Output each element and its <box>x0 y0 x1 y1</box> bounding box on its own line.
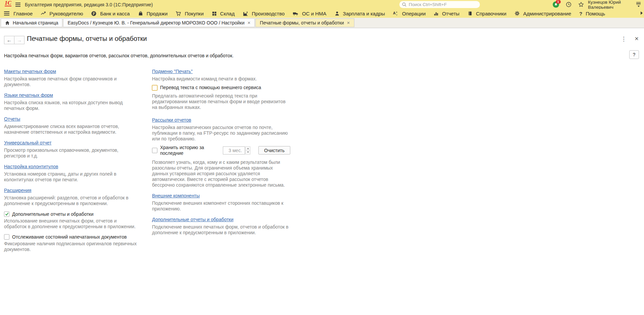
menu-item-reports[interactable]: Отчеты <box>434 11 459 16</box>
back-button[interactable]: ← <box>4 36 14 44</box>
link-print-form-templates[interactable]: Макеты печатных форм <box>4 69 56 74</box>
tab-print-forms[interactable]: Печатные формы, отчеты и обработки × <box>255 18 354 27</box>
menu-item-warehouse[interactable]: Склад <box>212 11 235 16</box>
1c-logo[interactable]: 1С <box>5 0 11 6</box>
close-tab-icon[interactable]: × <box>248 20 251 25</box>
forward-icon: → <box>17 37 22 43</box>
checkbox-keep-history[interactable]: Хранить историю за последние <box>152 145 217 156</box>
section-print-form-languages: Языки печатных форм Настройка списка язы… <box>4 92 139 111</box>
operations-icon: Ат <box>393 11 399 16</box>
spinner-down-icon[interactable] <box>245 150 250 154</box>
menu-item-bank-cash[interactable]: Банк и касса <box>91 11 130 16</box>
link-universal-report[interactable]: Универсальный отчет <box>4 140 51 146</box>
history-button[interactable] <box>565 0 572 9</box>
link-print-form-languages[interactable]: Языки печатных форм <box>4 92 53 98</box>
checkbox-unchecked-icon <box>4 234 9 240</box>
search-input[interactable] <box>408 2 470 7</box>
link-extensions[interactable]: Расширения <box>4 188 31 193</box>
book-icon <box>467 11 473 16</box>
settings-column-right: Подменю "Печать" Настройка видимости ком… <box>152 68 290 236</box>
checkbox-unchecked-focused-icon <box>152 85 157 90</box>
menu-overflow-icon[interactable] <box>641 11 643 15</box>
section-extensions: Расширения Установка расширений: раздело… <box>4 187 139 206</box>
mailing-history-controls: Хранить историю за последние Очистить <box>152 145 290 156</box>
notification-badge: 1 <box>556 0 561 4</box>
navigation-buttons: ← → <box>4 36 24 44</box>
ruble-icon <box>91 11 97 16</box>
menu-item-administration[interactable]: Администрирование <box>514 11 571 16</box>
help-button[interactable]: ? <box>629 50 639 59</box>
tab-easydocs-settings[interactable]: EasyDocs / Кузнецов Ю. В. - Генеральный … <box>63 18 255 27</box>
star-icon <box>578 2 584 7</box>
window-menu-icon[interactable] <box>15 0 20 9</box>
section-external-components: Внешние компоненты Подключение внешних к… <box>152 193 290 212</box>
section-headers-footers: Настройка колонтитулов Установка номеров… <box>4 164 139 183</box>
checkbox-additional-reports[interactable]: Дополнительные отчеты и обработки <box>4 211 94 217</box>
link-additional-reports[interactable]: Дополнительные отчеты и обработки <box>152 217 234 223</box>
titlebar: 1С Бухгалтерия предприятия, редакция 3.0… <box>0 0 644 9</box>
page-title: Печатные формы, отчеты и обработки <box>27 35 147 43</box>
bag-icon <box>138 11 143 16</box>
checkbox-checked-icon <box>4 211 9 217</box>
section-translation-service: Перевод текста с помощью внешнего сервис… <box>152 85 290 110</box>
section-report-mailings: Рассылки отчетов Настройка автоматически… <box>152 117 290 142</box>
menu-item-purchases[interactable]: Покупки <box>176 11 203 16</box>
section-menubar: Главное Руководителю Банк и касса Продаж… <box>0 9 644 18</box>
close-page-icon[interactable]: × <box>635 35 639 42</box>
menu-item-sales[interactable]: Продажи <box>138 11 168 16</box>
settings-column-left: Макеты печатных форм Настройка макетов п… <box>4 68 139 257</box>
section-description: Предлагать автоматический перевод текста… <box>152 93 290 110</box>
svg-text:А: А <box>393 11 396 15</box>
question-icon: ? <box>579 11 582 16</box>
link-print-submenu[interactable]: Подменю "Печать" <box>152 69 193 74</box>
section-description: Просмотр произвольных справочников, доку… <box>4 147 139 159</box>
menu-item-fixed-assets[interactable]: ОС и НМА <box>293 11 327 16</box>
link-report-mailings[interactable]: Рассылки отчетов <box>152 117 191 123</box>
app-title: Бухгалтерия предприятия, редакция 3.0 (1… <box>25 0 153 9</box>
section-universal-report: Универсальный отчет Просмотр произвольны… <box>4 140 139 159</box>
favorites-button[interactable] <box>577 0 585 9</box>
section-description: Установка расширений: разделов, отчетов … <box>4 195 139 206</box>
gear-icon <box>514 11 520 16</box>
menu-item-directories[interactable]: Справочники <box>467 11 506 16</box>
person-icon <box>335 11 340 16</box>
section-description: Установка номеров страниц, даты и других… <box>4 171 139 183</box>
link-external-components[interactable]: Внешние компоненты <box>152 193 200 199</box>
open-windows-tabstrip: Начальная страница EasyDocs / Кузнецов Ю… <box>0 18 644 28</box>
menu-item-operations[interactable]: Ат Операции <box>393 11 426 16</box>
trend-icon <box>41 11 46 16</box>
menu-item-payroll-hr[interactable]: Зарплата и кадры <box>335 11 385 16</box>
sections-panel-icon[interactable] <box>4 11 9 15</box>
more-menu-icon[interactable]: ⋮ <box>621 36 627 42</box>
global-search[interactable] <box>399 1 480 8</box>
page-subtitle: Настройка печатных форм, вариантов отчет… <box>4 53 234 58</box>
menu-item-production[interactable]: Производство <box>243 11 285 16</box>
notifications-button[interactable]: 1 <box>552 0 559 9</box>
section-description: Настройка списка языков, на которых дост… <box>4 100 139 111</box>
clear-history-button[interactable]: Очистить <box>258 146 290 154</box>
section-reports: Отчеты Администрирование списка всех вар… <box>4 116 139 135</box>
close-tab-icon[interactable]: × <box>347 20 350 25</box>
checkbox-translation-service[interactable]: Перевод текста с помощью внешнего сервис… <box>152 85 261 90</box>
forward-button[interactable]: → <box>14 36 24 44</box>
back-icon: ← <box>7 37 12 43</box>
link-reports[interactable]: Отчеты <box>4 116 20 122</box>
bars-icon <box>434 11 439 16</box>
link-headers-footers[interactable]: Настройка колонтитулов <box>4 164 58 170</box>
menu-item-manager[interactable]: Руководителю <box>41 11 83 16</box>
menu-item-main[interactable]: Главное <box>13 11 33 16</box>
history-period-input[interactable] <box>223 146 245 154</box>
section-description: Настройка автоматических рассылок отчето… <box>152 125 290 142</box>
history-period-field <box>223 146 250 154</box>
section-print-form-templates: Макеты печатных форм Настройка макетов п… <box>4 68 139 87</box>
menu-item-help[interactable]: ? Помощь <box>579 11 605 16</box>
period-spinner <box>245 146 250 154</box>
page-content: ← → Печатные формы, отчеты и обработки ⋮… <box>0 28 644 315</box>
tab-home[interactable]: Начальная страница <box>1 18 62 27</box>
section-description: Администрирование списка всех вариантов … <box>4 124 139 135</box>
cart-icon <box>176 11 181 16</box>
user-menu[interactable]: Кузнецов Юрий Валерьевич <box>588 0 644 9</box>
search-icon <box>402 2 406 7</box>
checkbox-state-tracking[interactable]: Отслеживание состояний напечатанных доку… <box>4 234 127 240</box>
service-menu-icon[interactable] <box>636 0 641 9</box>
